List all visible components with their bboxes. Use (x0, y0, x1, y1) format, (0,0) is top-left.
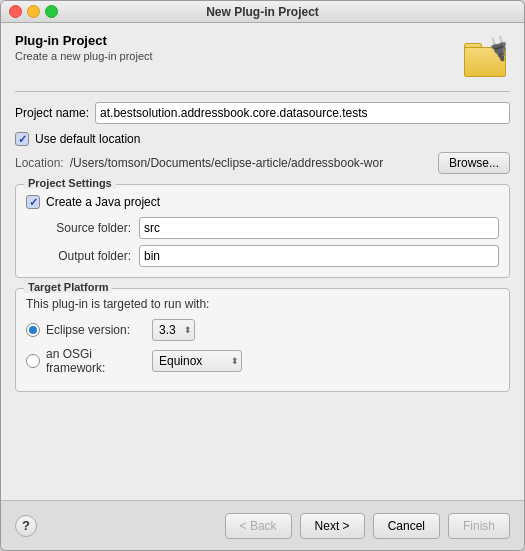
create-java-project-label: Create a Java project (46, 195, 160, 209)
plugin-icon: 🔌 (462, 33, 510, 81)
use-default-location-label: Use default location (35, 132, 140, 146)
titlebar: New Plug-in Project (1, 1, 524, 23)
help-button[interactable]: ? (15, 515, 37, 537)
eclipse-version-row: Eclipse version: 3.3 3.0 3.1 3.2 3.4 (26, 319, 499, 341)
footer-buttons: < Back Next > Cancel Finish (225, 513, 510, 539)
finish-button[interactable]: Finish (448, 513, 510, 539)
header-text: Plug-in Project Create a new plug-in pro… (15, 33, 153, 62)
osgi-framework-select-wrapper: Equinox Felix Knopflerfish (152, 350, 242, 372)
output-folder-label: Output folder: (46, 249, 131, 263)
output-folder-row: Output folder: (26, 245, 499, 267)
target-platform-group: Target Platform This plug-in is targeted… (15, 288, 510, 392)
eclipse-version-radio[interactable] (26, 323, 40, 337)
main-window: New Plug-in Project Plug-in Project Crea… (0, 0, 525, 551)
project-settings-title: Project Settings (24, 177, 116, 189)
project-name-input[interactable] (95, 102, 510, 124)
eclipse-version-label: Eclipse version: (46, 323, 146, 337)
osgi-framework-row: an OSGi framework: Equinox Felix Knopfle… (26, 347, 499, 375)
eclipse-version-select-wrapper: 3.3 3.0 3.1 3.2 3.4 (152, 319, 195, 341)
maximize-button[interactable] (45, 5, 58, 18)
location-value: /Users/tomson/Documents/eclipse-article/… (70, 156, 432, 170)
footer: ? < Back Next > Cancel Finish (1, 500, 524, 550)
location-row: Location: /Users/tomson/Documents/eclips… (15, 152, 510, 174)
next-button[interactable]: Next > (300, 513, 365, 539)
osgi-framework-select[interactable]: Equinox Felix Knopflerfish (152, 350, 242, 372)
project-settings-group: Project Settings ✓ Create a Java project… (15, 184, 510, 278)
target-platform-description: This plug-in is targeted to run with: (26, 297, 499, 311)
use-default-location-checkbox[interactable]: ✓ (15, 132, 29, 146)
cancel-button[interactable]: Cancel (373, 513, 440, 539)
java-checkmark-icon: ✓ (29, 197, 38, 208)
project-name-row: Project name: (15, 102, 510, 124)
header-divider (15, 91, 510, 92)
checkmark-icon: ✓ (18, 134, 27, 145)
content-area: Plug-in Project Create a new plug-in pro… (1, 23, 524, 500)
footer-left: ? (15, 515, 37, 537)
back-button[interactable]: < Back (225, 513, 292, 539)
source-folder-row: Source folder: (26, 217, 499, 239)
create-java-project-checkbox[interactable]: ✓ (26, 195, 40, 209)
project-name-label: Project name: (15, 106, 89, 120)
close-button[interactable] (9, 5, 22, 18)
source-folder-input[interactable] (139, 217, 499, 239)
browse-button[interactable]: Browse... (438, 152, 510, 174)
window-title: New Plug-in Project (206, 5, 319, 19)
page-title: Plug-in Project (15, 33, 153, 48)
page-subtitle: Create a new plug-in project (15, 50, 153, 62)
page-header: Plug-in Project Create a new plug-in pro… (15, 33, 510, 81)
radio-dot-icon (29, 326, 37, 334)
minimize-button[interactable] (27, 5, 40, 18)
eclipse-version-select[interactable]: 3.3 3.0 3.1 3.2 3.4 (152, 319, 195, 341)
create-java-project-row: ✓ Create a Java project (26, 195, 499, 209)
use-default-location-row: ✓ Use default location (15, 132, 510, 146)
location-label: Location: (15, 156, 64, 170)
target-platform-title: Target Platform (24, 281, 112, 293)
source-folder-label: Source folder: (46, 221, 131, 235)
window-controls (9, 5, 58, 18)
output-folder-input[interactable] (139, 245, 499, 267)
osgi-framework-radio[interactable] (26, 354, 40, 368)
osgi-framework-label: an OSGi framework: (46, 347, 146, 375)
